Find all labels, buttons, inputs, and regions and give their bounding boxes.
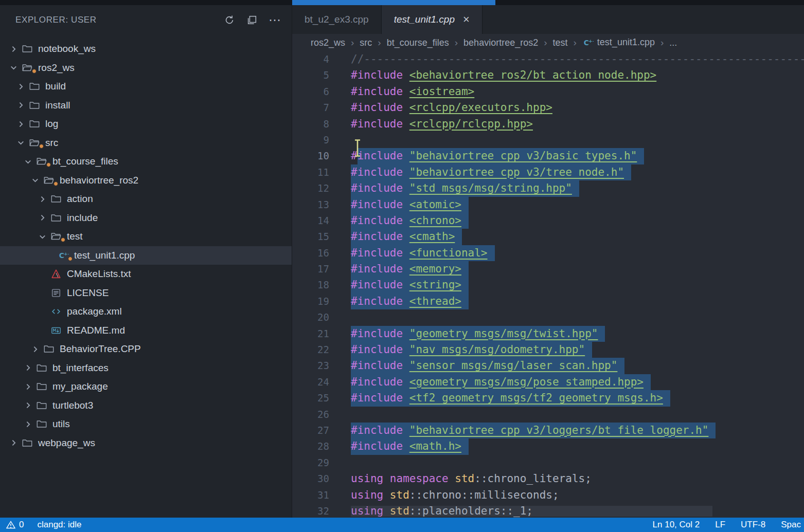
code-line-23[interactable]: 23#include "sensor_msgs/msg/laser_scan.h…	[292, 358, 804, 374]
tree-item-build[interactable]: build	[0, 77, 292, 96]
code-line-29[interactable]: 29	[292, 455, 804, 471]
line-number[interactable]: 5	[292, 67, 329, 83]
line-number[interactable]: 6	[292, 84, 329, 100]
chevron-right-icon[interactable]	[29, 345, 41, 354]
code-line-27[interactable]: 27#include "behaviortree_cpp_v3/loggers/…	[292, 423, 804, 438]
tree-item-log[interactable]: log	[0, 115, 292, 134]
line-number[interactable]: 16	[292, 245, 329, 261]
tree-item-behaviortree-cpp[interactable]: BehaviorTree.CPP	[0, 340, 292, 359]
code-line-31[interactable]: 31using std::chrono::milliseconds;	[292, 487, 804, 503]
chevron-right-icon[interactable]	[7, 45, 20, 53]
code-line-20[interactable]: 20	[292, 309, 804, 325]
refresh-icon[interactable]	[222, 12, 237, 28]
code-line-22[interactable]: 22#include "nav_msgs/msg/odometry.hpp"	[292, 342, 804, 358]
tree-item-cmakelists-txt[interactable]: CMakeLists.txt	[0, 265, 292, 284]
chevron-right-icon[interactable]	[14, 120, 27, 129]
tab-bt_u2_ex3-cpp[interactable]: bt_u2_ex3.cpp	[292, 5, 382, 34]
tree-item-readme-md[interactable]: README.md	[0, 321, 292, 340]
line-number[interactable]: 13	[292, 197, 329, 213]
code-line-4[interactable]: 4//-------------------------------------…	[292, 51, 804, 67]
code-line-5[interactable]: 5#include <behaviortree_ros2/bt_action_n…	[292, 67, 804, 83]
code-line-28[interactable]: 28#include <math.h>	[292, 438, 804, 454]
line-number[interactable]: 12	[292, 180, 329, 196]
line-number[interactable]: 8	[292, 116, 329, 132]
code-editor[interactable]: 4//-------------------------------------…	[292, 51, 804, 518]
status-item-spac[interactable]: Spac	[781, 520, 801, 530]
line-number[interactable]: 25	[292, 390, 329, 406]
line-number[interactable]: 18	[292, 277, 329, 293]
code-line-10[interactable]: 10#include "behaviortree_cpp_v3/basic_ty…	[292, 148, 804, 164]
code-line-11[interactable]: 11#include "behaviortree_cpp_v3/tree_nod…	[292, 164, 804, 180]
line-number[interactable]: 4	[292, 51, 329, 67]
line-number[interactable]: 31	[292, 487, 329, 503]
chevron-right-icon[interactable]	[22, 420, 34, 429]
code-line-16[interactable]: 16#include <functional>	[292, 245, 804, 261]
code-line-14[interactable]: 14#include <chrono>	[292, 213, 804, 229]
tree-item-bt-course-files[interactable]: bt_course_files	[0, 152, 292, 171]
tree-item-package-xml[interactable]: package.xml	[0, 302, 292, 321]
code-line-17[interactable]: 17#include <memory>	[292, 261, 804, 277]
horizontal-scrollbar[interactable]	[351, 506, 712, 517]
code-line-24[interactable]: 24#include <geometry_msgs/msg/pose_stamp…	[292, 374, 804, 390]
chevron-down-icon[interactable]	[29, 176, 41, 185]
chevron-down-icon[interactable]	[7, 63, 20, 72]
line-number[interactable]: 27	[292, 423, 329, 438]
code-line-6[interactable]: 6#include <iostream>	[292, 84, 804, 100]
code-line-25[interactable]: 25#include <tf2_geometry_msgs/tf2_geomet…	[292, 390, 804, 406]
code-line-26[interactable]: 26	[292, 407, 804, 423]
code-line-15[interactable]: 15#include <cmath>	[292, 229, 804, 245]
chevron-down-icon[interactable]	[14, 138, 27, 147]
close-icon[interactable]: ×	[463, 14, 470, 25]
code-line-30[interactable]: 30using namespace std::chrono_literals;	[292, 471, 804, 487]
line-number[interactable]: 9	[292, 132, 329, 148]
line-number[interactable]: 17	[292, 261, 329, 277]
chevron-right-icon[interactable]	[36, 195, 48, 204]
tree-item-ros2-ws[interactable]: ros2_ws	[0, 59, 292, 78]
tree-item-bt-interfaces[interactable]: bt_interfaces	[0, 359, 292, 378]
tree-item-license[interactable]: LICENSE	[0, 284, 292, 303]
breadcrumb-item-src[interactable]: src	[360, 38, 372, 48]
status-item-utf-8[interactable]: UTF-8	[741, 520, 765, 530]
tree-item-include[interactable]: include	[0, 209, 292, 228]
clangd-status[interactable]: clangd: idle	[37, 520, 81, 530]
code-line-18[interactable]: 18#include <string>	[292, 277, 804, 293]
tree-item-behaviortree-ros2[interactable]: behaviortree_ros2	[0, 171, 292, 190]
line-number[interactable]: 20	[292, 309, 329, 325]
problems-indicator[interactable]: 0	[6, 520, 24, 530]
line-number[interactable]: 11	[292, 164, 329, 180]
breadcrumb-item-bt-course-files[interactable]: bt_course_files	[387, 38, 449, 48]
chevron-right-icon[interactable]	[22, 363, 34, 372]
breadcrumb-item-behaviortree-ros2[interactable]: behaviortree_ros2	[463, 38, 538, 48]
tree-item-test-unit1-cpp[interactable]: C++test_unit1.cpp	[0, 246, 292, 265]
status-item-ln-10-col-2[interactable]: Ln 10, Col 2	[653, 520, 700, 530]
tree-item-webpage-ws[interactable]: webpage_ws	[0, 434, 292, 453]
code-line-19[interactable]: 19#include <thread>	[292, 293, 804, 309]
tree-item-action[interactable]: action	[0, 190, 292, 209]
line-number[interactable]: 14	[292, 213, 329, 229]
breadcrumb-item-test-unit1-cpp[interactable]: C++test_unit1.cpp	[582, 37, 655, 48]
collapse-folders-icon[interactable]	[244, 12, 260, 28]
tree-item-test[interactable]: test	[0, 227, 292, 246]
line-number[interactable]: 24	[292, 374, 329, 390]
line-number[interactable]: 30	[292, 471, 329, 487]
chevron-down-icon[interactable]	[36, 232, 48, 241]
code-line-21[interactable]: 21#include "geometry_msgs/msg/twist.hpp"	[292, 326, 804, 342]
line-number[interactable]: 32	[292, 503, 329, 518]
status-item-lf[interactable]: LF	[715, 520, 725, 530]
tree-item-utils[interactable]: utils	[0, 415, 292, 434]
breadcrumb-item-ros2-ws[interactable]: ros2_ws	[311, 38, 345, 48]
chevron-right-icon[interactable]	[22, 401, 34, 410]
line-number[interactable]: 10	[292, 148, 329, 164]
breadcrumb-item-test[interactable]: test	[553, 38, 568, 48]
chevron-right-icon[interactable]	[14, 101, 27, 109]
tree-item-install[interactable]: install	[0, 96, 292, 115]
line-number[interactable]: 26	[292, 407, 329, 423]
chevron-right-icon[interactable]	[22, 382, 34, 391]
chevron-right-icon[interactable]	[36, 213, 48, 222]
line-number[interactable]: 29	[292, 455, 329, 471]
code-line-9[interactable]: 9	[292, 132, 804, 148]
breadcrumb-item--[interactable]: ...	[669, 38, 677, 48]
line-number[interactable]: 22	[292, 342, 329, 358]
line-number[interactable]: 15	[292, 229, 329, 245]
line-number[interactable]: 28	[292, 438, 329, 454]
